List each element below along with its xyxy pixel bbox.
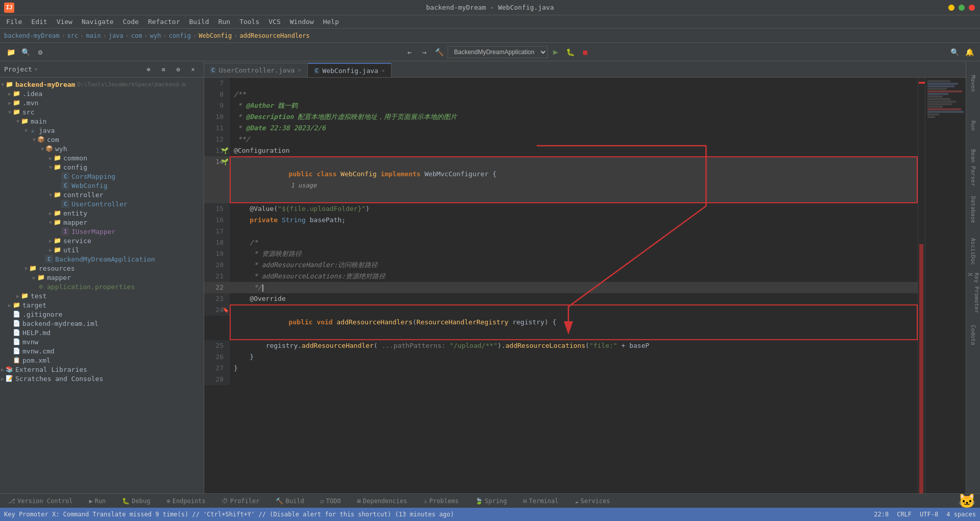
stop-button[interactable]: ■ [579, 45, 592, 59]
menu-build[interactable]: Build [185, 17, 213, 27]
tree-item-com[interactable]: ▼ 📦 com [0, 135, 204, 144]
toolbar-forward-btn[interactable]: → [418, 45, 431, 59]
menu-window[interactable]: Window [286, 17, 318, 27]
dropdown-arrow[interactable]: ▾ [34, 65, 38, 73]
toolbar-notifications[interactable]: 🔔 [963, 45, 976, 59]
tree-item-root[interactable]: ▼ 📁 backend-myDream D:\Tools\JavaWorkSpa… [0, 80, 204, 89]
close-button[interactable] [969, 5, 975, 11]
bottom-tab-versioncontrol[interactable]: ⎇ Version Control [4, 494, 77, 508]
tree-item-resources[interactable]: ▼ 📁 resources [0, 264, 204, 273]
menu-edit[interactable]: Edit [27, 17, 51, 27]
debug-button[interactable]: 🐛 [564, 45, 577, 59]
tree-item-iml[interactable]: ▶ 📄 backend-mydream.iml [0, 319, 204, 328]
status-linesep[interactable]: CRLF [897, 511, 912, 518]
bottom-tab-debug[interactable]: 🐛 Debug [118, 494, 154, 508]
crumb-com[interactable]: com [131, 32, 142, 39]
tree-item-target[interactable]: ▶ 📁 target [0, 300, 204, 310]
menu-file[interactable]: File [2, 17, 26, 27]
tree-item-mapper2[interactable]: ▶ 📁 mapper [0, 273, 204, 282]
toolbar-search-everywhere[interactable]: 🔍 [948, 45, 961, 59]
tab-usercontroller[interactable]: C UserController.java × [204, 63, 308, 77]
run-config-select[interactable]: BackendMyDreamApplication [448, 46, 548, 58]
tree-item-test[interactable]: ▶ 📁 test [0, 291, 204, 300]
tree-item-mapper[interactable]: ▼ 📁 mapper [0, 218, 204, 227]
toolbar-settings-btn[interactable]: ⚙ [34, 45, 47, 59]
tab-close-usercontroller[interactable]: × [298, 67, 301, 74]
toolbar-build-btn[interactable]: 🔨 [433, 45, 446, 59]
tree-item-config[interactable]: ▼ 📁 config [0, 162, 204, 172]
tree-item-webconfig[interactable]: ▶ C WebConfig [0, 181, 204, 190]
tab-webconfig[interactable]: C WebConfig.java × [308, 63, 391, 77]
sidebar-close-btn[interactable]: × [186, 63, 200, 76]
sidebar-collapse-btn[interactable]: ≡ [157, 63, 170, 76]
tree-item-common[interactable]: ▶ 📁 common [0, 153, 204, 162]
crumb-project[interactable]: backend-myDream [4, 32, 59, 39]
tree-item-pom[interactable]: ▶ 📋 pom.xml [0, 356, 204, 365]
codota-panel[interactable]: Codota [967, 315, 979, 356]
bottom-tab-problems[interactable]: ⚠ Problems [420, 494, 463, 508]
menu-navigate[interactable]: Navigate [78, 17, 118, 27]
crumb-wyh[interactable]: wyh [150, 32, 161, 39]
tree-item-iusermapper[interactable]: ▶ I IUserMapper [0, 227, 204, 236]
bottom-tab-spring[interactable]: 🍃 Spring [471, 494, 511, 508]
menu-refactor[interactable]: Refactor [144, 17, 184, 27]
tab-close-webconfig[interactable]: × [381, 67, 385, 74]
sidebar-scope-btn[interactable]: ⊕ [142, 63, 155, 76]
tree-item-gitignore[interactable]: ▶ 📄 .gitignore [0, 310, 204, 319]
tree-item-service[interactable]: ▶ 📁 service [0, 236, 204, 245]
crumb-src[interactable]: src [67, 32, 79, 39]
tree-item-appprops[interactable]: ▶ ⚙ application.properties [0, 282, 204, 291]
tree-item-main[interactable]: ▼ 📁 main [0, 116, 204, 126]
code-editor[interactable]: 7 8 /** 9 * @Author 魏一鹤 10 [204, 78, 966, 493]
bottom-tab-profiler[interactable]: ⏱ Profiler [218, 494, 264, 508]
tree-item-scratches[interactable]: ▶ 📝 Scratches and Consoles [0, 374, 204, 383]
sidebar-settings-btn[interactable]: ⚙ [172, 63, 185, 76]
bean-parser-panel[interactable]: Bean Parser [967, 147, 979, 188]
toolbar-back-btn[interactable]: ← [403, 45, 416, 59]
crumb-java[interactable]: java [109, 32, 124, 39]
tree-item-corsmapping[interactable]: ▶ C CorsMapping [0, 172, 204, 181]
bottom-tab-run[interactable]: ▶ Run [85, 494, 110, 508]
toolbar-search-btn[interactable]: 🔍 [19, 45, 32, 59]
status-encoding[interactable]: UTF-8 [920, 511, 938, 518]
code-content[interactable]: 7 8 /** 9 * @Author 魏一鹤 10 [204, 78, 918, 493]
minimize-button[interactable] [948, 5, 954, 11]
tree-item-mvnwcmd[interactable]: ▶ 📄 mvnw.cmd [0, 346, 204, 356]
crumb-main[interactable]: main [86, 32, 101, 39]
tree-item-java[interactable]: ▼ ☕ java [0, 126, 204, 135]
tree-item-backenddreamapp[interactable]: ▶ C BackendMyDreamApplication [0, 254, 204, 264]
crumb-config[interactable]: config [169, 32, 191, 39]
bottom-tab-endpoints[interactable]: ⊕ Endpoints [162, 494, 209, 508]
menu-code[interactable]: Code [119, 17, 143, 27]
tree-item-controller[interactable]: ▼ 📁 controller [0, 190, 204, 199]
menu-vcs[interactable]: VCS [264, 17, 284, 27]
tree-item-mvn[interactable]: ▶ 📁 .mvn [0, 98, 204, 107]
status-indent[interactable]: 4 spaces [946, 511, 976, 518]
tree-item-src[interactable]: ▼ 📁 src [0, 107, 204, 116]
status-line-col[interactable]: 22:8 [874, 511, 889, 518]
menu-help[interactable]: Help [319, 17, 343, 27]
bottom-tab-services[interactable]: ☁ Services [571, 494, 614, 508]
database-panel[interactable]: Database [967, 189, 979, 230]
tree-item-external[interactable]: ▶ 📚 External Libraries [0, 365, 204, 374]
toolbar-project-btn[interactable]: 📁 [4, 45, 17, 59]
tree-item-help[interactable]: ▶ 📄 HELP.md [0, 328, 204, 337]
tree-item-idea[interactable]: ▶ 📁 .idea [0, 89, 204, 98]
asciidoc-panel[interactable]: AsciiDoc [967, 231, 979, 272]
keypromoter-panel[interactable]: Key Promoter X [967, 273, 979, 314]
menu-run[interactable]: Run [214, 17, 234, 27]
crumb-webconfig[interactable]: WebConfig [199, 32, 232, 39]
tree-item-wyh[interactable]: ▼ 📦 wyh [0, 144, 204, 153]
bottom-tab-terminal[interactable]: ⊟ Terminal [519, 494, 562, 508]
menu-tools[interactable]: Tools [235, 17, 263, 27]
tree-item-entity[interactable]: ▶ 📁 entity [0, 208, 204, 218]
tree-item-usercontroller[interactable]: ▶ C UserController [0, 199, 204, 208]
bottom-tab-todo[interactable]: ☑ TODO [316, 494, 345, 508]
bottom-tab-dependencies[interactable]: ⊞ Dependencies [353, 494, 411, 508]
menu-view[interactable]: View [53, 17, 77, 27]
run-panel[interactable]: Run [967, 105, 979, 146]
crumb-method[interactable]: addResourceHandlers [240, 32, 310, 39]
tree-item-mvnw[interactable]: ▶ 📄 mvnw [0, 337, 204, 346]
run-button[interactable]: ▶ [549, 45, 562, 59]
tree-item-util[interactable]: ▶ 📁 util [0, 245, 204, 254]
